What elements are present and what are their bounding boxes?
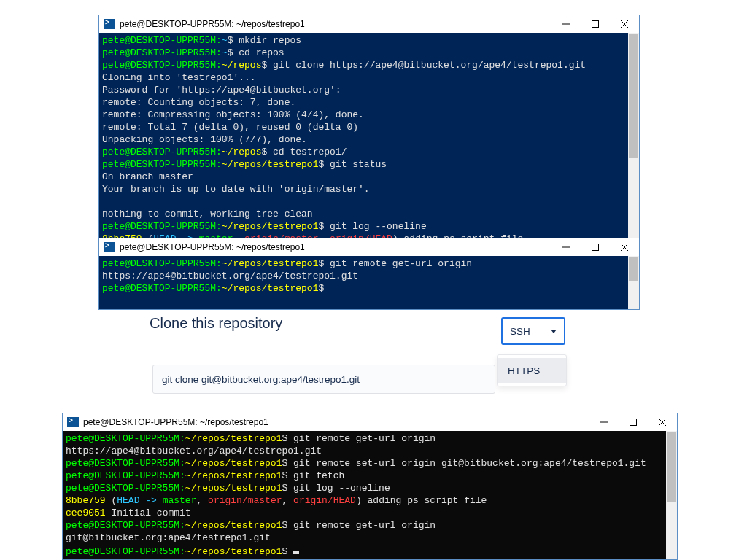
scroll-thumb[interactable] [629,257,638,281]
powershell-icon [67,417,79,427]
window-title: pete@DESKTOP-UPPR55M: ~/repos/testrepo1 [83,417,589,427]
minimize-button[interactable] [551,238,581,256]
close-button[interactable] [648,413,677,431]
chevron-down-icon [551,330,557,333]
clone-command-input[interactable]: git clone git@bitbucket.org:ape4/testrep… [152,365,495,394]
minimize-button[interactable] [551,15,581,33]
powershell-icon [104,19,115,29]
protocol-dropdown[interactable]: SSH [501,317,565,345]
scroll-thumb[interactable] [629,34,638,158]
scroll-thumb[interactable] [667,432,676,502]
svg-rect-1 [592,21,599,28]
titlebar[interactable]: pete@DESKTOP-UPPR55M: ~/repos/testrepo1 [99,238,639,256]
maximize-button[interactable] [581,238,610,256]
terminal-content[interactable]: pete@DESKTOP-UPPR55M:~/repos/testrepo1$ … [63,431,666,559]
terminal-content[interactable]: pete@DESKTOP-UPPR55M:~$ mkdir repos pete… [99,33,628,271]
protocol-option-https[interactable]: HTTPS [498,358,566,383]
close-button[interactable] [610,15,639,33]
terminal-content[interactable]: pete@DESKTOP-UPPR55M:~/repos/testrepo1$ … [99,256,628,309]
svg-rect-9 [630,419,637,426]
powershell-window-3: pete@DESKTOP-UPPR55M: ~/repos/testrepo1 … [62,413,678,560]
window-title: pete@DESKTOP-UPPR55M: ~/repos/testrepo1 [120,242,551,252]
protocol-selected: SSH [510,326,530,337]
powershell-window-2: pete@DESKTOP-UPPR55M: ~/repos/testrepo1 … [98,238,640,310]
powershell-window-1: pete@DESKTOP-UPPR55M: ~/repos/testrepo1 … [98,15,640,272]
powershell-icon [104,242,115,252]
scrollbar[interactable] [628,33,639,271]
scrollbar[interactable] [666,431,677,559]
scrollbar[interactable] [628,256,639,309]
maximize-button[interactable] [619,413,648,431]
maximize-button[interactable] [581,15,610,33]
window-title: pete@DESKTOP-UPPR55M: ~/repos/testrepo1 [120,19,551,29]
titlebar[interactable]: pete@DESKTOP-UPPR55M: ~/repos/testrepo1 [63,413,677,431]
close-button[interactable] [610,238,639,256]
titlebar[interactable]: pete@DESKTOP-UPPR55M: ~/repos/testrepo1 [99,15,639,33]
svg-rect-5 [592,244,599,251]
protocol-dropdown-menu: HTTPS [497,354,567,386]
clone-command-text: git clone git@bitbucket.org:ape4/testrep… [162,374,360,385]
minimize-button[interactable] [589,413,619,431]
